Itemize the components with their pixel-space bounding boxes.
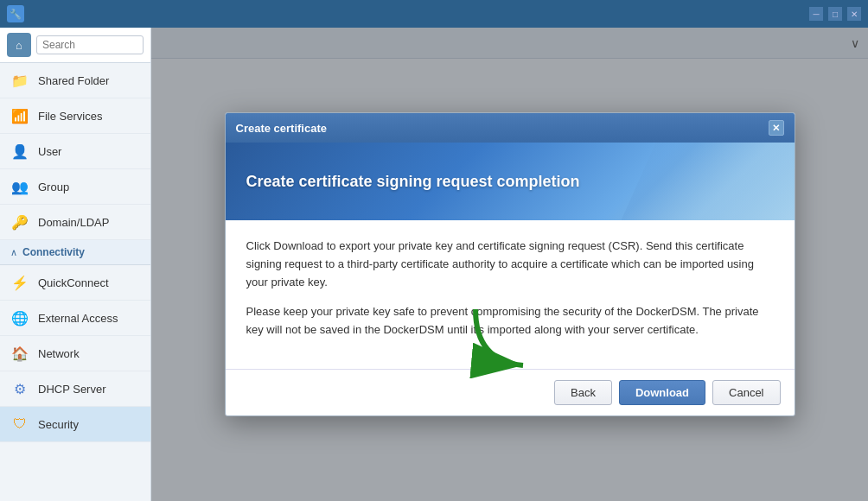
shared-folder-icon: 📁 <box>10 71 29 90</box>
sidebar-item-dhcp-server[interactable]: ⚙ DHCP Server <box>0 371 150 407</box>
sidebar-item-shared-folder[interactable]: 📁 Shared Folder <box>0 63 150 98</box>
connectivity-section-header[interactable]: ∧ Connectivity <box>0 240 150 265</box>
main-content: ⌂ 📁 Shared Folder 📶 File Services 👤 User <box>0 28 868 501</box>
modal-close-button[interactable]: ✕ <box>769 120 784 136</box>
modal-title-bar: Create certificate ✕ <box>226 113 795 143</box>
dhcp-server-icon: ⚙ <box>10 379 29 398</box>
sidebar-item-file-services[interactable]: 📶 File Services <box>0 98 150 134</box>
connectivity-collapse-icon: ∧ <box>10 247 17 258</box>
sidebar: ⌂ 📁 Shared Folder 📶 File Services 👤 User <box>0 28 151 501</box>
home-button[interactable]: ⌂ <box>7 33 31 57</box>
sidebar-item-label: Security <box>38 418 79 431</box>
sidebar-item-network[interactable]: 🏠 Network <box>0 336 150 371</box>
title-bar: 🔧 ─ □ ✕ <box>0 0 868 28</box>
download-button[interactable]: Download <box>619 380 705 405</box>
modal-header-banner: Create certificate signing request compl… <box>226 143 795 220</box>
sidebar-item-label: DHCP Server <box>38 383 106 396</box>
connectivity-label: Connectivity <box>22 246 85 258</box>
sidebar-item-group[interactable]: 👥 Group <box>0 169 150 205</box>
app-icon: 🔧 <box>7 5 24 22</box>
maximize-button[interactable]: □ <box>828 7 842 21</box>
external-access-icon: 🌐 <box>10 308 29 327</box>
domain-ldap-icon: 🔑 <box>10 212 29 231</box>
sidebar-item-quickconnect[interactable]: ⚡ QuickConnect <box>0 265 150 301</box>
modal-body: Click Download to export your private ke… <box>226 220 795 369</box>
right-area: ∨ Create certificate ✕ Create certificat… <box>151 28 868 501</box>
sidebar-item-label: External Access <box>38 312 118 325</box>
sidebar-item-external-access[interactable]: 🌐 External Access <box>0 301 150 336</box>
group-icon: 👥 <box>10 177 29 196</box>
sidebar-item-domain-ldap[interactable]: 🔑 Domain/LDAP <box>0 205 150 240</box>
user-icon: 👤 <box>10 142 29 161</box>
modal-footer: Back Download Cancel <box>226 369 795 415</box>
back-button[interactable]: Back <box>554 380 612 405</box>
modal-create-certificate: Create certificate ✕ Create certificate … <box>225 112 795 416</box>
sidebar-item-label: QuickConnect <box>38 276 109 289</box>
title-bar-controls: ─ □ ✕ <box>809 7 861 21</box>
sidebar-item-security[interactable]: 🛡 Security <box>0 407 150 442</box>
sidebar-item-label: File Services <box>38 110 102 123</box>
modal-paragraph-2: Please keep your private key safe to pre… <box>246 303 774 339</box>
app-window: 🔧 ─ □ ✕ ⌂ 📁 Shared Folder <box>0 0 868 501</box>
sidebar-item-label: User <box>38 145 61 158</box>
sidebar-item-label: Network <box>38 347 80 360</box>
sidebar-item-label: Group <box>38 181 69 193</box>
sidebar-item-label: Shared Folder <box>38 74 109 87</box>
quickconnect-icon: ⚡ <box>10 273 29 292</box>
sidebar-item-user[interactable]: 👤 User <box>0 134 150 169</box>
sidebar-search-bar: ⌂ <box>0 28 150 63</box>
network-icon: 🏠 <box>10 344 29 363</box>
modal-header-title: Create certificate signing request compl… <box>246 173 580 191</box>
security-icon: 🛡 <box>10 415 29 434</box>
sidebar-item-label: Domain/LDAP <box>38 216 109 229</box>
cancel-button[interactable]: Cancel <box>712 380 780 405</box>
modal-title: Create certificate <box>236 122 328 135</box>
modal-paragraph-1: Click Download to export your private ke… <box>246 238 774 291</box>
modal-overlay: Create certificate ✕ Create certificate … <box>151 28 868 501</box>
close-button[interactable]: ✕ <box>847 7 861 21</box>
minimize-button[interactable]: ─ <box>809 7 823 21</box>
search-input[interactable] <box>36 35 144 54</box>
file-services-icon: 📶 <box>10 106 29 125</box>
